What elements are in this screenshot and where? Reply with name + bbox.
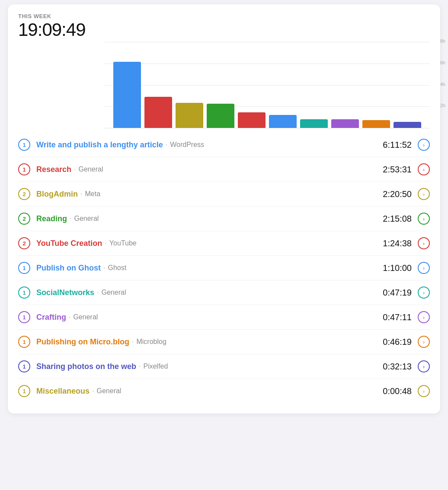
item-number: 1 [18, 286, 30, 299]
item-dot: · [166, 141, 167, 149]
item-category: Meta [85, 190, 100, 198]
list-item: 1 SocialNetworks · General 0:47:19 › [18, 280, 430, 305]
list-item: 2 Reading · General 2:15:08 › [18, 207, 430, 231]
list-item: 2 YouTube Creation · YouTube 1:24:38 › [18, 231, 430, 256]
list-item: 1 Sharing photos on the web · Pixelfed 0… [18, 354, 430, 379]
bar-7 [331, 119, 359, 128]
item-chevron-button[interactable]: › [418, 286, 430, 299]
item-time: 0:47:11 [383, 312, 412, 322]
item-title: SocialNetworks [36, 288, 94, 297]
item-info: Publishing on Micro.blog · Microblog [36, 337, 383, 347]
item-title: Publish on Ghost [36, 264, 101, 273]
item-title: Research [36, 165, 71, 174]
item-chevron-button[interactable]: › [418, 213, 430, 225]
item-number: 1 [18, 163, 30, 175]
bar-1 [144, 97, 172, 128]
chart-area: 8h 6h 4h 2h [105, 42, 430, 128]
item-time: 2:53:31 [383, 165, 412, 175]
item-number: 2 [18, 237, 30, 249]
grid-label-4h: 4h [440, 82, 445, 87]
item-dot: · [69, 313, 70, 321]
item-chevron-button[interactable]: › [418, 360, 430, 372]
item-info: Write and publish a lengthy article · Wo… [36, 140, 383, 150]
item-dot: · [74, 165, 76, 173]
item-chevron-button[interactable]: › [418, 188, 430, 200]
item-info: Crafting · General [36, 313, 383, 322]
item-title: Sharing photos on the web [36, 362, 136, 371]
item-chevron-button[interactable]: › [418, 336, 430, 348]
item-time: 1:10:00 [383, 263, 412, 273]
item-number: 2 [18, 213, 30, 225]
item-info: BlogAdmin · Meta [36, 190, 383, 199]
item-time: 1:24:38 [383, 239, 412, 248]
bar-2 [176, 103, 203, 128]
item-info: YouTube Creation · YouTube [36, 239, 383, 248]
chart-container: 8h 6h 4h 2h [18, 42, 430, 128]
item-dot: · [105, 239, 106, 247]
grid-label-2h: 2h [440, 103, 445, 108]
bar-5 [269, 115, 297, 128]
item-chevron-button[interactable]: › [418, 237, 430, 249]
list-item: 1 Write and publish a lengthy article · … [18, 133, 430, 157]
list-item: 2 BlogAdmin · Meta 2:20:50 › [18, 182, 430, 207]
item-info: Miscellaneous · General [36, 387, 383, 396]
item-title: YouTube Creation [36, 239, 102, 248]
item-time: 0:00:48 [383, 386, 412, 396]
item-dot: · [103, 264, 105, 272]
item-category: General [79, 165, 103, 173]
bar-0 [113, 62, 141, 128]
list-item: 1 Crafting · General 0:47:11 › [18, 305, 430, 330]
item-number: 1 [18, 262, 30, 274]
item-chevron-button[interactable]: › [418, 385, 430, 397]
item-dot: · [97, 289, 99, 296]
item-chevron-button[interactable]: › [418, 163, 430, 175]
bar-9 [394, 122, 421, 128]
item-title: BlogAdmin [36, 190, 78, 199]
item-time: 6:11:52 [383, 140, 412, 150]
item-chevron-button[interactable]: › [418, 311, 430, 323]
list-item: 1 Research · General 2:53:31 › [18, 157, 430, 182]
item-dot: · [139, 363, 141, 370]
list-item: 1 Publishing on Micro.blog · Microblog 0… [18, 330, 430, 354]
item-dot: · [92, 387, 94, 395]
item-title: Crafting [36, 313, 66, 322]
item-info: Sharing photos on the web · Pixelfed [36, 362, 383, 371]
item-number: 1 [18, 311, 30, 323]
item-title: Write and publish a lengthy article [36, 140, 163, 150]
bars-wrapper [105, 42, 430, 128]
item-category: General [74, 215, 99, 223]
list-item: 1 Miscellaneous · General 0:00:48 › [18, 379, 430, 403]
this-week-label: THIS WEEK [18, 13, 430, 19]
bar-4 [238, 112, 266, 128]
item-number: 1 [18, 360, 30, 372]
total-time: 19:09:49 [18, 19, 430, 40]
bar-8 [362, 120, 390, 128]
item-info: Reading · General [36, 214, 383, 223]
item-chevron-button[interactable]: › [418, 262, 430, 274]
item-category: Ghost [108, 264, 126, 272]
item-number: 1 [18, 336, 30, 348]
item-dot: · [70, 215, 71, 223]
item-category: Microblog [136, 338, 166, 346]
item-category: Pixelfed [143, 363, 168, 370]
item-info: Research · General [36, 165, 383, 174]
item-number: 1 [18, 139, 30, 151]
header: THIS WEEK 19:09:49 [18, 13, 430, 40]
item-time: 2:20:50 [383, 189, 412, 199]
item-chevron-button[interactable]: › [418, 139, 430, 151]
item-time: 2:15:08 [383, 214, 412, 224]
task-list: 1 Write and publish a lengthy article · … [18, 133, 430, 403]
item-number: 1 [18, 385, 30, 397]
item-number: 2 [18, 188, 30, 200]
item-info: Publish on Ghost · Ghost [36, 264, 383, 273]
main-card: THIS WEEK 19:09:49 8h 6h 4h 2h [8, 4, 440, 414]
bar-3 [207, 104, 234, 128]
item-title: Miscellaneous [36, 387, 90, 396]
item-category: WordPress [170, 141, 204, 149]
bar-6 [300, 119, 328, 128]
item-title: Publishing on Micro.blog [36, 337, 129, 347]
list-item: 1 Publish on Ghost · Ghost 1:10:00 › [18, 256, 430, 280]
item-info: SocialNetworks · General [36, 288, 383, 297]
item-category: General [97, 387, 122, 395]
item-time: 0:32:13 [383, 362, 412, 372]
